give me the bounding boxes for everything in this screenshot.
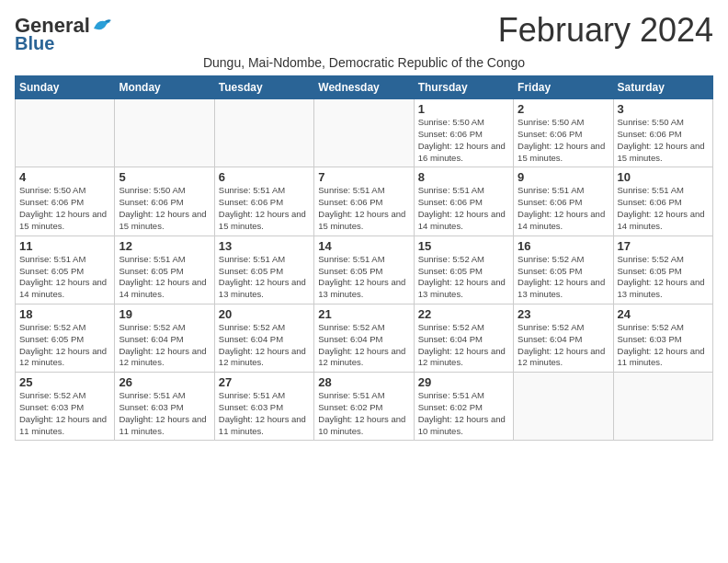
header: General Blue February 2024 (15, 11, 713, 53)
day-cell: 8Sunrise: 5:51 AM Sunset: 6:06 PM Daylig… (414, 167, 513, 236)
calendar-table: Sunday Monday Tuesday Wednesday Thursday… (15, 75, 713, 441)
day-cell (16, 99, 115, 167)
day-number: 23 (518, 307, 609, 321)
day-number: 7 (318, 170, 409, 184)
day-cell: 29Sunrise: 5:51 AM Sunset: 6:02 PM Dayli… (414, 373, 513, 441)
week-row-2: 4Sunrise: 5:50 AM Sunset: 6:06 PM Daylig… (16, 167, 713, 236)
day-number: 26 (119, 375, 210, 389)
day-cell: 19Sunrise: 5:52 AM Sunset: 6:04 PM Dayli… (115, 304, 214, 372)
logo-blue: Blue (15, 33, 54, 53)
day-cell: 12Sunrise: 5:51 AM Sunset: 6:05 PM Dayli… (115, 236, 214, 304)
day-info: Sunrise: 5:51 AM Sunset: 6:05 PM Dayligh… (19, 254, 110, 301)
day-cell: 14Sunrise: 5:51 AM Sunset: 6:05 PM Dayli… (314, 236, 414, 304)
day-cell: 27Sunrise: 5:51 AM Sunset: 6:03 PM Dayli… (214, 373, 313, 441)
day-info: Sunrise: 5:52 AM Sunset: 6:05 PM Dayligh… (19, 322, 110, 369)
day-cell: 2Sunrise: 5:50 AM Sunset: 6:06 PM Daylig… (514, 99, 613, 167)
header-tuesday: Tuesday (214, 76, 313, 99)
day-number: 16 (518, 239, 609, 253)
day-number: 19 (119, 307, 210, 321)
day-cell (613, 373, 712, 441)
day-cell (314, 99, 414, 167)
day-info: Sunrise: 5:52 AM Sunset: 6:05 PM Dayligh… (418, 254, 509, 301)
week-row-3: 11Sunrise: 5:51 AM Sunset: 6:05 PM Dayli… (16, 236, 713, 304)
day-info: Sunrise: 5:51 AM Sunset: 6:02 PM Dayligh… (318, 390, 409, 437)
day-number: 14 (318, 239, 409, 253)
day-cell: 23Sunrise: 5:52 AM Sunset: 6:04 PM Dayli… (514, 304, 613, 372)
header-sunday: Sunday (16, 76, 115, 99)
day-info: Sunrise: 5:52 AM Sunset: 6:04 PM Dayligh… (119, 322, 210, 369)
day-cell: 21Sunrise: 5:52 AM Sunset: 6:04 PM Dayli… (314, 304, 414, 372)
day-info: Sunrise: 5:50 AM Sunset: 6:06 PM Dayligh… (618, 117, 709, 164)
day-number: 17 (618, 239, 709, 253)
day-number: 3 (618, 102, 709, 116)
week-row-1: 1Sunrise: 5:50 AM Sunset: 6:06 PM Daylig… (16, 99, 713, 167)
day-number: 15 (418, 239, 509, 253)
day-info: Sunrise: 5:52 AM Sunset: 6:04 PM Dayligh… (318, 322, 409, 369)
day-number: 10 (618, 170, 709, 184)
day-number: 29 (418, 375, 509, 389)
logo-bird-icon (92, 17, 112, 34)
day-info: Sunrise: 5:52 AM Sunset: 6:03 PM Dayligh… (618, 322, 709, 369)
logo: General Blue (15, 15, 112, 53)
day-info: Sunrise: 5:50 AM Sunset: 6:06 PM Dayligh… (418, 117, 509, 164)
page-container: General Blue February 2024 Dungu, Mai-Nd… (0, 0, 728, 448)
day-number: 8 (418, 170, 509, 184)
day-info: Sunrise: 5:50 AM Sunset: 6:06 PM Dayligh… (19, 185, 110, 232)
day-cell (115, 99, 214, 167)
day-cell (514, 373, 613, 441)
day-number: 5 (119, 170, 210, 184)
header-friday: Friday (514, 76, 613, 99)
day-info: Sunrise: 5:52 AM Sunset: 6:03 PM Dayligh… (19, 390, 110, 437)
day-info: Sunrise: 5:51 AM Sunset: 6:05 PM Dayligh… (318, 254, 409, 301)
day-cell: 20Sunrise: 5:52 AM Sunset: 6:04 PM Dayli… (214, 304, 313, 372)
day-cell: 11Sunrise: 5:51 AM Sunset: 6:05 PM Dayli… (16, 236, 115, 304)
week-row-5: 25Sunrise: 5:52 AM Sunset: 6:03 PM Dayli… (16, 373, 713, 441)
day-cell: 18Sunrise: 5:52 AM Sunset: 6:05 PM Dayli… (16, 304, 115, 372)
day-cell (214, 99, 313, 167)
day-cell: 22Sunrise: 5:52 AM Sunset: 6:04 PM Dayli… (414, 304, 513, 372)
day-number: 13 (219, 239, 310, 253)
day-number: 11 (19, 239, 110, 253)
day-number: 18 (19, 307, 110, 321)
day-number: 9 (518, 170, 609, 184)
day-number: 2 (518, 102, 609, 116)
day-cell: 24Sunrise: 5:52 AM Sunset: 6:03 PM Dayli… (613, 304, 712, 372)
day-number: 6 (219, 170, 310, 184)
day-cell: 5Sunrise: 5:50 AM Sunset: 6:06 PM Daylig… (115, 167, 214, 236)
subtitle: Dungu, Mai-Ndombe, Democratic Republic o… (15, 55, 713, 70)
day-info: Sunrise: 5:51 AM Sunset: 6:06 PM Dayligh… (418, 185, 509, 232)
day-info: Sunrise: 5:51 AM Sunset: 6:02 PM Dayligh… (418, 390, 509, 437)
day-cell: 6Sunrise: 5:51 AM Sunset: 6:06 PM Daylig… (214, 167, 313, 236)
day-number: 25 (19, 375, 110, 389)
day-info: Sunrise: 5:52 AM Sunset: 6:05 PM Dayligh… (618, 254, 709, 301)
week-row-4: 18Sunrise: 5:52 AM Sunset: 6:05 PM Dayli… (16, 304, 713, 372)
header-wednesday: Wednesday (314, 76, 414, 99)
day-number: 27 (219, 375, 310, 389)
day-info: Sunrise: 5:51 AM Sunset: 6:06 PM Dayligh… (318, 185, 409, 232)
day-number: 24 (618, 307, 709, 321)
day-cell: 28Sunrise: 5:51 AM Sunset: 6:02 PM Dayli… (314, 373, 414, 441)
day-number: 22 (418, 307, 509, 321)
day-info: Sunrise: 5:51 AM Sunset: 6:03 PM Dayligh… (219, 390, 310, 437)
day-info: Sunrise: 5:52 AM Sunset: 6:04 PM Dayligh… (418, 322, 509, 369)
day-info: Sunrise: 5:50 AM Sunset: 6:06 PM Dayligh… (119, 185, 210, 232)
day-info: Sunrise: 5:51 AM Sunset: 6:03 PM Dayligh… (119, 390, 210, 437)
header-row: Sunday Monday Tuesday Wednesday Thursday… (16, 76, 713, 99)
day-info: Sunrise: 5:51 AM Sunset: 6:05 PM Dayligh… (119, 254, 210, 301)
header-thursday: Thursday (414, 76, 513, 99)
day-info: Sunrise: 5:52 AM Sunset: 6:04 PM Dayligh… (219, 322, 310, 369)
day-cell: 26Sunrise: 5:51 AM Sunset: 6:03 PM Dayli… (115, 373, 214, 441)
day-cell: 4Sunrise: 5:50 AM Sunset: 6:06 PM Daylig… (16, 167, 115, 236)
day-info: Sunrise: 5:52 AM Sunset: 6:04 PM Dayligh… (518, 322, 609, 369)
day-info: Sunrise: 5:51 AM Sunset: 6:06 PM Dayligh… (219, 185, 310, 232)
month-title: February 2024 (498, 11, 713, 50)
title-area: February 2024 (498, 11, 713, 50)
header-monday: Monday (115, 76, 214, 99)
day-cell: 7Sunrise: 5:51 AM Sunset: 6:06 PM Daylig… (314, 167, 414, 236)
day-number: 12 (119, 239, 210, 253)
day-cell: 25Sunrise: 5:52 AM Sunset: 6:03 PM Dayli… (16, 373, 115, 441)
day-cell: 17Sunrise: 5:52 AM Sunset: 6:05 PM Dayli… (613, 236, 712, 304)
day-info: Sunrise: 5:52 AM Sunset: 6:05 PM Dayligh… (518, 254, 609, 301)
header-saturday: Saturday (613, 76, 712, 99)
day-cell: 3Sunrise: 5:50 AM Sunset: 6:06 PM Daylig… (613, 99, 712, 167)
